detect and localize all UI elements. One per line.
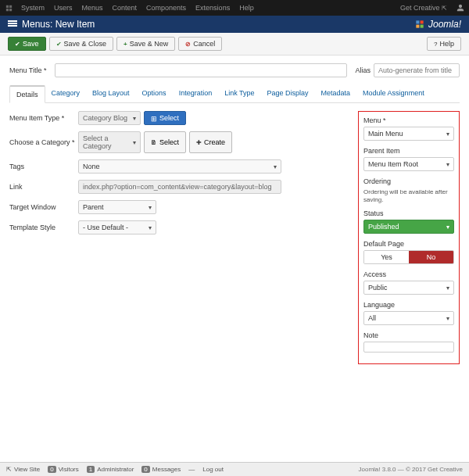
menus-icon: [8, 20, 17, 28]
menu-title-input[interactable]: [55, 63, 348, 77]
details-form: Menu Item Type * Category Blog Select Ch…: [9, 111, 349, 241]
sidebar-parent-select[interactable]: Menu Item Root: [363, 157, 454, 171]
plus-icon: [196, 138, 202, 146]
tab-options[interactable]: Options: [136, 85, 173, 102]
admin-topbar: System Users Menus Content Components Ex…: [0, 0, 469, 16]
default-page-yes[interactable]: Yes: [364, 251, 409, 263]
tags-label: Tags: [9, 163, 78, 170]
topbar-menu-content[interactable]: Content: [108, 4, 142, 12]
view-site-link[interactable]: ⇱ View Site: [6, 466, 40, 473]
title-row: Menu Title * Alias: [9, 63, 460, 77]
status-footer: ⇱ View Site 0 Visitors 1 Administrator 0…: [0, 462, 469, 476]
sidebar-ordering-hint: Ordering will be available after saving.: [363, 188, 448, 203]
target-window-select[interactable]: Parent: [78, 200, 156, 214]
choose-category-label: Choose a Category *: [9, 138, 78, 146]
tab-link-type[interactable]: Link Type: [218, 85, 260, 102]
topbar-menu-system[interactable]: System: [16, 4, 49, 12]
choose-category-value: Select a Category: [78, 131, 141, 153]
menu-item-type-value: Category Blog: [78, 111, 141, 125]
content-area: Menu Title * Alias Details Category Blog…: [0, 55, 469, 372]
tabs-nav: Details Category Blog Layout Options Int…: [9, 85, 460, 103]
sidebar-default-page-toggle[interactable]: Yes No: [363, 250, 454, 264]
sidebar-parent-label: Parent Item: [363, 147, 454, 155]
cancel-icon: ⊘: [185, 41, 191, 48]
save-new-button[interactable]: + Save & New: [116, 37, 175, 51]
joomla-mini-icon: [5, 4, 13, 13]
tab-metadata[interactable]: Metadata: [315, 85, 357, 102]
sidebar-status-select[interactable]: Published: [363, 220, 454, 234]
check-icon: ✔: [15, 41, 20, 48]
grid-icon: [151, 115, 157, 121]
logout-link[interactable]: Log out: [202, 466, 224, 473]
topbar-menu-users[interactable]: Users: [49, 4, 77, 12]
visitors-link[interactable]: 0 Visitors: [48, 466, 79, 473]
tab-integration[interactable]: Integration: [173, 85, 219, 102]
category-create-button[interactable]: Create: [189, 131, 232, 153]
joomla-brand: Joomla!: [414, 19, 461, 30]
sidebar-access-label: Access: [363, 270, 454, 278]
joomla-logo-icon: [414, 19, 425, 30]
sidebar-default-page-label: Default Page: [363, 240, 454, 248]
topbar-right: Get Creative ⇱: [396, 4, 464, 12]
sidebar-note-label: Note: [363, 331, 454, 339]
save-close-button[interactable]: ✔ Save & Close: [49, 37, 114, 51]
sidebar-status-label: Status: [363, 209, 454, 217]
footer-version: Joomla! 3.8.0 — © 2017 Get Creative: [358, 466, 463, 473]
alias-label: Alias: [355, 66, 371, 74]
help-button[interactable]: ? Help: [427, 37, 461, 51]
topbar-menu-help[interactable]: Help: [234, 4, 259, 12]
save-button[interactable]: ✔ Save: [8, 37, 46, 51]
topbar-menu-components[interactable]: Components: [141, 4, 191, 12]
action-toolbar: ✔ Save ✔ Save & Close + Save & New ⊘ Can…: [0, 33, 469, 55]
topbar-menu-menus[interactable]: Menus: [77, 4, 108, 12]
user-icon[interactable]: [456, 4, 464, 12]
tags-select[interactable]: None: [78, 159, 281, 174]
page-title: Menus: New Item: [22, 19, 95, 30]
sidebar-note-input[interactable]: [363, 342, 454, 353]
link-label: Link: [9, 183, 78, 191]
admin-link[interactable]: 1 Administrator: [87, 466, 134, 473]
external-icon: ⇱: [6, 466, 12, 473]
plus-icon: +: [124, 41, 127, 48]
frontend-link[interactable]: Get Creative ⇱: [396, 4, 452, 12]
right-sidebar: Menu * Main Menu Parent Item Menu Item R…: [358, 111, 460, 364]
topbar-menu-extensions[interactable]: Extensions: [191, 4, 234, 12]
category-select-button[interactable]: Select: [144, 131, 186, 153]
menu-title-label: Menu Title *: [9, 66, 47, 74]
sidebar-language-label: Language: [363, 301, 454, 309]
menu-item-type-select-button[interactable]: Select: [144, 111, 186, 125]
cancel-button[interactable]: ⊘ Cancel: [178, 37, 222, 51]
target-window-label: Target Window: [9, 203, 78, 211]
tab-category[interactable]: Category: [45, 85, 87, 102]
page-header: Menus: New Item Joomla!: [0, 16, 469, 33]
tab-module-assignment[interactable]: Module Assignment: [356, 85, 431, 102]
menu-item-type-label: Menu Item Type *: [9, 114, 78, 122]
link-input: [78, 180, 281, 194]
doc-icon: [151, 138, 157, 146]
sidebar-menu-label: Menu *: [363, 116, 454, 124]
tab-details[interactable]: Details: [9, 85, 45, 103]
topbar-menus: System Users Menus Content Components Ex…: [5, 4, 259, 13]
tab-blog-layout[interactable]: Blog Layout: [86, 85, 136, 102]
sidebar-access-select[interactable]: Public: [363, 281, 454, 295]
alias-input[interactable]: [374, 63, 460, 77]
sidebar-ordering-label: Ordering: [363, 177, 454, 185]
template-style-select[interactable]: - Use Default -: [78, 220, 156, 234]
help-icon: ?: [434, 41, 437, 48]
sidebar-menu-select[interactable]: Main Menu: [363, 127, 454, 141]
sidebar-language-select[interactable]: All: [363, 311, 454, 325]
external-link-icon: ⇱: [442, 5, 447, 12]
tab-page-display[interactable]: Page Display: [261, 85, 315, 102]
messages-link[interactable]: 0 Messages: [141, 466, 181, 473]
check-icon: ✔: [56, 41, 62, 48]
default-page-no[interactable]: No: [409, 251, 453, 263]
template-style-label: Template Style: [9, 224, 78, 231]
